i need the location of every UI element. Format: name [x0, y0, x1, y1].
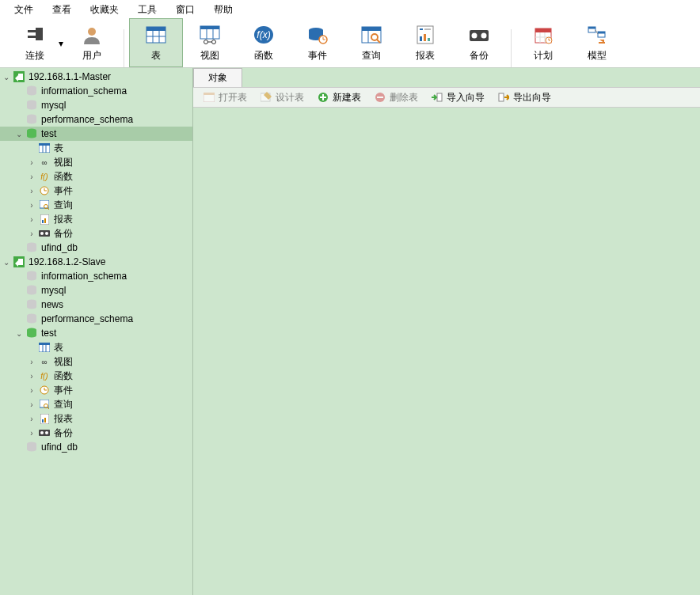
design-table-button[interactable]: 设计表 [255, 89, 309, 106]
export-wizard-button[interactable]: 导出向导 [493, 89, 556, 106]
object-toolbar: 打开表 设计表 新建表 删除表 导入向导 导出向导 [193, 87, 700, 108]
btn-label: 导出向导 [513, 91, 551, 104]
model-label: 模型 [588, 49, 607, 63]
view-label: 视图 [200, 49, 219, 63]
expander-icon[interactable]: › [25, 429, 38, 438]
object-list-area [193, 108, 700, 595]
expander-icon[interactable]: › [25, 400, 38, 409]
tree-events[interactable]: ›事件 [0, 184, 192, 198]
report-small-icon [38, 412, 51, 425]
connection-tree: ⌄ 192.168.1.1-Master information_schema … [0, 68, 193, 595]
connect-button[interactable]: 连接 [8, 18, 62, 67]
expander-icon[interactable]: › [25, 158, 38, 167]
tree-database[interactable]: ufind_db [0, 440, 192, 454]
menu-help[interactable]: 帮助 [204, 0, 242, 20]
report-button[interactable]: 报表 [398, 18, 452, 67]
tree-database[interactable]: mysql [0, 283, 192, 298]
open-table-icon [203, 91, 215, 104]
tree-database-test[interactable]: ⌄test [0, 127, 192, 141]
menu-view[interactable]: 查看 [43, 0, 81, 20]
tree-queries[interactable]: ›查询 [0, 198, 192, 212]
expander-icon[interactable]: › [25, 358, 38, 366]
svg-point-3 [88, 28, 96, 36]
expander-icon[interactable]: ⌄ [13, 329, 25, 338]
tree-reports[interactable]: ›报表 [0, 411, 192, 426]
tree-tables[interactable]: 表 [0, 340, 192, 354]
svg-rect-68 [44, 218, 46, 223]
expander-icon[interactable]: › [25, 172, 38, 181]
tree-label: performance_schema [41, 114, 133, 125]
btn-label: 新建表 [333, 91, 361, 104]
tree-database[interactable]: mysql [0, 98, 192, 112]
func-small-icon: f() [38, 370, 51, 382]
tree-database-test[interactable]: ⌄test [0, 326, 192, 340]
tree-views[interactable]: ›∞视图 [0, 354, 192, 369]
tree-functions[interactable]: ›f()函数 [0, 169, 192, 184]
tree-views[interactable]: ›∞视图 [0, 155, 192, 169]
tree-database[interactable]: performance_schema [0, 312, 192, 326]
open-table-button[interactable]: 打开表 [198, 89, 252, 106]
user-button[interactable]: 用户 [65, 18, 119, 67]
event-button[interactable]: 事件 [291, 18, 344, 67]
tree-label: performance_schema [41, 313, 133, 324]
tree-database[interactable]: information_schema [0, 84, 192, 98]
function-label: 函数 [254, 49, 273, 63]
expander-icon[interactable]: › [25, 187, 38, 195]
menu-tools[interactable]: 工具 [128, 0, 166, 20]
query-button[interactable]: 查询 [344, 18, 398, 67]
expander-icon[interactable]: › [25, 215, 38, 224]
expander-icon[interactable]: › [25, 415, 38, 423]
main-area: ⌄ 192.168.1.1-Master information_schema … [0, 68, 700, 595]
plan-button[interactable]: 计划 [516, 18, 570, 67]
tree-tables[interactable]: 表 [0, 141, 192, 155]
tree-label: ufind_db [41, 242, 78, 253]
delete-table-button[interactable]: 删除表 [369, 89, 423, 106]
tree-events[interactable]: ›事件 [0, 383, 192, 397]
tree-backups[interactable]: ›备份 [0, 426, 192, 440]
backup-button[interactable]: 备份 [452, 18, 506, 67]
backup-label: 备份 [470, 49, 489, 63]
query-small-icon [38, 398, 51, 411]
expander-icon[interactable]: ⌄ [0, 73, 13, 81]
svg-rect-10 [200, 26, 219, 29]
menu-favorites[interactable]: 收藏夹 [81, 0, 128, 20]
expander-icon[interactable]: › [25, 372, 38, 381]
tree-connection[interactable]: ⌄ 192.168.1.1-Master [0, 70, 192, 84]
svg-point-70 [40, 232, 44, 235]
tree-functions[interactable]: ›f()函数 [0, 369, 192, 383]
tree-queries[interactable]: ›查询 [0, 397, 192, 411]
expander-icon[interactable]: › [25, 201, 38, 210]
table-button[interactable]: 表 [129, 18, 183, 67]
tree-label: 报表 [54, 412, 73, 426]
backup-icon [468, 24, 490, 46]
connect-dropdown[interactable]: ▾ [59, 38, 65, 49]
table-label: 表 [151, 49, 161, 63]
tree-backups[interactable]: ›备份 [0, 226, 192, 241]
import-wizard-button[interactable]: 导入向导 [426, 89, 489, 106]
svg-point-14 [212, 40, 216, 44]
function-button[interactable]: f(x) 函数 [237, 18, 291, 67]
svg-point-13 [204, 40, 208, 44]
menu-file[interactable]: 文件 [5, 0, 43, 20]
tree-database[interactable]: performance_schema [0, 112, 192, 127]
query-icon [360, 24, 382, 46]
report-label: 报表 [416, 49, 435, 63]
expander-icon[interactable]: › [25, 386, 38, 395]
expander-icon[interactable]: ⌄ [13, 130, 25, 138]
tab-object[interactable]: 对象 [193, 68, 242, 87]
tree-database[interactable]: news [0, 298, 192, 312]
tree-connection[interactable]: ⌄ 192.168.1.2-Slave [0, 255, 192, 269]
tape-small-icon [38, 426, 51, 439]
tree-reports[interactable]: ›报表 [0, 212, 192, 226]
model-button[interactable]: 模型 [570, 18, 624, 67]
tree-database[interactable]: ufind_db [0, 241, 192, 255]
tree-database[interactable]: information_schema [0, 269, 192, 283]
expander-icon[interactable]: › [25, 229, 38, 238]
calendar-icon [532, 24, 554, 46]
expander-icon[interactable]: ⌄ [0, 258, 13, 267]
menu-window[interactable]: 窗口 [166, 0, 204, 20]
tree-label: 报表 [54, 213, 73, 226]
new-table-button[interactable]: 新建表 [312, 89, 366, 106]
view-button[interactable]: 视图 [183, 18, 237, 67]
table-small-icon [38, 142, 51, 154]
